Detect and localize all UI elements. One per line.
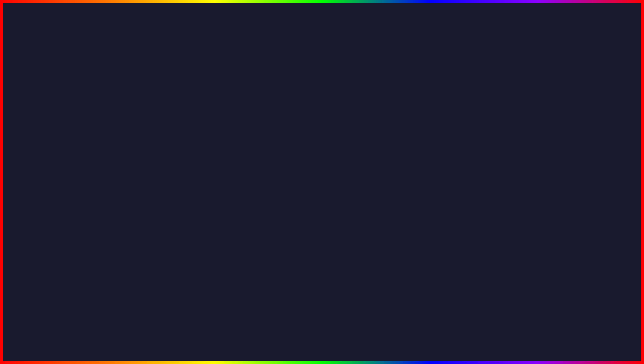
row-teleport-door-left: Teleport Door — [52, 169, 80, 174]
row-auto-farm-mob-right: ✓ — [599, 199, 605, 205]
popup-item-moon: Moon Status Full Moon 50% — [113, 195, 201, 208]
row-attack-cooldown: Attack Cooldown Type something ✏ — [461, 147, 610, 162]
fast-attack-arrow: ▼ — [598, 136, 602, 141]
moon-icon-left: 🌙 — [51, 107, 57, 113]
bottom-text-container: AUTO FARM SCRIPT PASTEBIN — [17, 294, 538, 344]
fast-attack-value: Normal Fast Attack — [562, 136, 596, 141]
auto-farm-label: Auto Farm — [466, 182, 491, 188]
fast-attack-dropdown[interactable]: Normal Fast Attack ▼ — [559, 134, 605, 142]
script-text: SCRIPT — [271, 307, 381, 341]
row-cooldown-left: Attack Cooldown — [466, 152, 501, 157]
letter-r: R — [366, 8, 408, 75]
right-version: Version Pc — [461, 211, 610, 218]
weapon-label: Select Weapon — [466, 165, 517, 171]
row-label-container: Teleport Temple Of Time — [52, 140, 103, 145]
weapon-arrow: ▼ — [598, 168, 602, 173]
logo-bl: BL — [568, 312, 592, 334]
select-door-dropdown[interactable]: Select... ▼ — [165, 153, 191, 161]
row-select-door-right: Select... ▼ — [165, 153, 191, 161]
left-window-title: Void Hub — [59, 107, 77, 112]
right-search-icon: 🔍 — [467, 122, 472, 127]
right-titlebar: 🌙 Void Hub ✕ — [461, 108, 610, 119]
left-description: Teleport To Temple Of Time For Use All O… — [48, 127, 196, 135]
score-display: 0,606 0.12345 0.123 — [7, 261, 53, 297]
weapon-value: Melee — [585, 168, 596, 173]
row-safe-zone-cybo-left: Teleport To Safe Zone [Cybo — [52, 182, 111, 188]
safe-zone-label: Teleport To Safe Zone — [52, 195, 98, 200]
letter-t: T — [465, 8, 500, 75]
main-title-container: BLOX X FRUITS — [0, 7, 644, 76]
row-safe-zone-left: Teleport To Safe Zone — [52, 195, 98, 200]
row-select-weapon: Select Weapon Select Weapon For Auto Far… — [461, 162, 610, 179]
auto-farm-mob-checkbox[interactable]: ✓ — [599, 199, 605, 205]
row-cooldown-right: Type something ✏ — [565, 150, 605, 158]
cursor-icon-1: ☝ — [184, 139, 191, 146]
teleport-temple-label: Teleport Temple Of Time — [52, 140, 103, 145]
letter-s: S — [500, 8, 538, 75]
row-fast-attack-left: Select Fast Attack Mode Fast Attack Mode… — [466, 133, 522, 143]
weapon-dropdown[interactable]: Melee ▼ — [582, 166, 605, 174]
right-window-content: Select Fast Attack Mode Fast Attack Mode… — [461, 130, 610, 211]
right-title-left: 🌙 Void Hub — [465, 111, 491, 116]
title-fruits: FRUITS — [331, 7, 538, 76]
moon-status-subtitle: Full Moon 50% — [113, 203, 201, 208]
void-hub-right-window: 🌙 Void Hub ✕ 🔍 https://github.com/Efes06… — [460, 107, 611, 219]
logo-ox: X — [614, 312, 626, 334]
row-fast-attack-right: Normal Fast Attack ▼ — [559, 134, 605, 142]
row-right-cursor1: ☝ — [184, 139, 191, 146]
pastebin-text: PASTEBIN — [388, 307, 538, 341]
mystic-island-title: Mystic Island — [113, 177, 201, 184]
left-title-left: 🌙 Void Hub — [51, 107, 77, 113]
title-x: X — [288, 13, 323, 74]
right-close-button[interactable]: ✕ — [602, 110, 606, 116]
row-auto-farm-left: Auto Farm Auto Kill Mobs. — [466, 182, 491, 192]
left-search-icon: 🔍 — [53, 119, 58, 123]
select-door-arrow: ▼ — [184, 155, 188, 159]
cooldown-input[interactable]: Type something — [565, 150, 599, 158]
row-select-door[interactable]: Select Door Select... ▼ — [48, 150, 196, 165]
fast-attack-sublabel: Fast Attack Modes For Set Speed. — [466, 139, 522, 143]
letter-i: I — [450, 8, 465, 75]
moon-status-title: Moon Status — [113, 195, 201, 202]
row-fast-attack: Select Fast Attack Mode Fast Attack Mode… — [461, 130, 610, 147]
row-teleport-temple[interactable]: Teleport Temple Of Time ☝ — [48, 135, 196, 150]
right-url-text: https://github.com/Efes0626/VoidHub/main… — [474, 122, 563, 126]
row-weapon-right: Melee ▼ — [582, 166, 605, 174]
row-auto-farm-mob-left: Auto Farm Level/Mob — [466, 200, 511, 205]
fast-attack-label: Select Fast Attack Mode — [466, 133, 522, 139]
score-line-1: 0,606 — [10, 262, 49, 274]
cooldown-label: Attack Cooldown — [466, 152, 501, 157]
left-url-text: https://github.com/Efes0626/VoidHub/main… — [60, 119, 149, 123]
select-door-value: Select... — [168, 155, 182, 159]
auto-farm-text: AUTO FARM — [17, 294, 265, 344]
blox-fruits-logo: BL 💀 X FRUITS — [560, 306, 634, 354]
row-weapon-left: Select Weapon Select Weapon For Auto Far… — [466, 165, 517, 175]
logo-row2: FRUITS — [572, 334, 622, 348]
right-window-title: Void Hub — [473, 111, 491, 116]
auto-farm-mob-label: Auto Farm Level/Mob — [466, 200, 511, 205]
title-blox: BLOX — [106, 7, 266, 76]
logo-fruits-text: FRUITS — [572, 334, 622, 348]
edit-icon[interactable]: ✏ — [601, 152, 605, 157]
row-auto-farm-mob: Auto Farm Level/Mob ✓ — [461, 196, 610, 209]
mystic-island-subtitle: Mirage Is Not Spawned! — [113, 185, 201, 190]
score-line-2: 0.12345 — [10, 274, 49, 285]
left-url-bar: 🔍 https://github.com/Efes0626/VoidHub/ma… — [50, 117, 193, 125]
row-select-door-left: Select Door — [52, 154, 77, 160]
teleport-door-label: Teleport Door — [52, 169, 80, 174]
logo-skull: 💀 — [594, 314, 612, 332]
auto-farm-sublabel: Auto Kill Mobs. — [466, 188, 491, 192]
blue-glow — [223, 83, 357, 217]
letter-f: F — [331, 8, 366, 75]
moon-icon-right: 🌙 — [465, 111, 470, 116]
right-url-bar: 🔍 https://github.com/Efes0626/VoidHub/ma… — [464, 121, 607, 128]
left-titlebar: 🌙 Void Hub ✕ — [48, 105, 196, 115]
weapon-sublabel: Select Weapon For Auto Farm. — [466, 171, 517, 175]
select-door-label: Select Door — [52, 154, 77, 160]
safe-zone-cybo-label: Teleport To Safe Zone [Cybo — [52, 182, 111, 188]
left-close-button[interactable]: ✕ — [188, 107, 193, 113]
logo-row1: BL 💀 X — [568, 312, 626, 334]
row-auto-farm: Auto Farm Auto Kill Mobs. — [461, 179, 610, 196]
popup-window: Mystic Island Mirage Is Not Spawned! Moo… — [105, 170, 209, 214]
popup-item-mystic: Mystic Island Mirage Is Not Spawned! — [113, 177, 201, 190]
